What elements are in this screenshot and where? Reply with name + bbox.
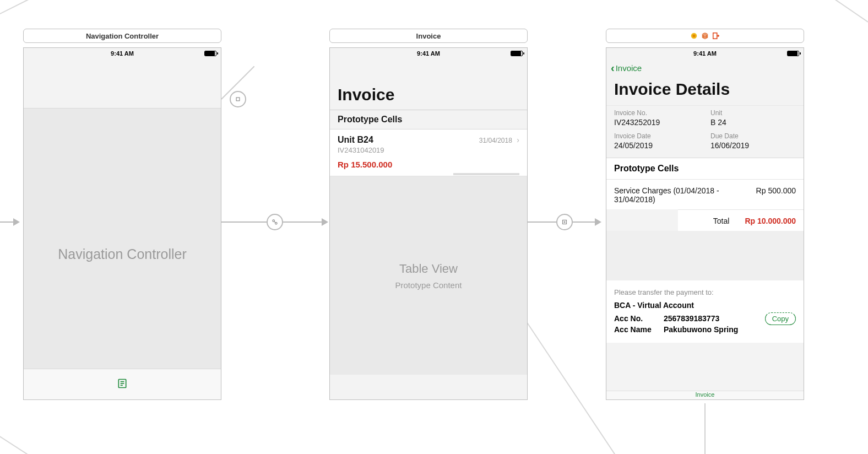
charge-row[interactable]: Service Charges (01/04/2018 - 31/04/2018… — [606, 180, 804, 209]
status-time: 9:41 AM — [330, 50, 527, 57]
invoice-info-grid: Invoice No. IV243252019 Unit B 24 Invoic… — [606, 105, 804, 158]
invoice-date-value: 24/05/2019 — [614, 141, 699, 150]
scene-title-label: Invoice — [416, 32, 441, 40]
nav-controller-label: Navigation Controller — [58, 246, 186, 262]
status-bar: 9:41 AM — [24, 48, 221, 59]
cell-invoice-no: IV2431042019 — [338, 146, 519, 154]
tab-label: Invoice — [696, 391, 715, 398]
device-frame: 9:41 AM Invoice Prototype Cells Unit B24… — [329, 47, 528, 400]
svg-line-4 — [788, 0, 868, 22]
svg-rect-12 — [236, 98, 240, 101]
status-bar: 9:41 AM — [606, 48, 804, 59]
page-title: Invoice Details — [614, 80, 796, 99]
invoice-no-value: IV243252019 — [614, 118, 699, 127]
document-list-icon — [117, 378, 128, 391]
total-value: Rp 10.000.000 — [745, 217, 796, 225]
status-time: 9:41 AM — [606, 50, 804, 57]
nav-bar-placeholder — [24, 59, 221, 109]
spacer — [606, 231, 804, 280]
chevron-right-icon: › — [517, 136, 519, 144]
total-label: Total — [713, 217, 730, 225]
cube-icon — [701, 32, 709, 40]
segue-embed-icon[interactable] — [230, 91, 246, 107]
svg-rect-19 — [713, 33, 717, 39]
scene-title-bar[interactable] — [606, 29, 804, 43]
battery-icon — [511, 51, 523, 56]
chevron-left-icon: ‹ — [611, 62, 615, 73]
battery-icon — [204, 51, 216, 56]
battery-icon — [787, 51, 799, 56]
charge-desc: Service Charges (01/04/2018 - 31/04/2018… — [614, 186, 724, 204]
nav-large-title: Invoice — [330, 59, 527, 110]
nav-back-button[interactable]: ‹ Invoice — [606, 59, 804, 74]
device-frame: 9:41 AM ‹ Invoice Invoice Details Invoic… — [606, 47, 804, 400]
status-time: 9:41 AM — [24, 50, 221, 57]
payment-box: Please transfer the payment to: BCA - Vi… — [606, 280, 804, 343]
total-row: Total Rp 10.000.000 — [678, 209, 804, 231]
device-frame: 9:41 AM Navigation Controller — [23, 47, 221, 400]
invoice-no-label: Invoice No. — [614, 109, 699, 117]
section-header: Prototype Cells — [330, 110, 527, 129]
svg-line-1 — [0, 419, 66, 454]
table-view-placeholder: Table View Prototype Content — [330, 176, 527, 375]
cell-unit: Unit B24 — [338, 135, 373, 145]
due-date-label: Due Date — [710, 132, 796, 140]
invoice-date-label: Invoice Date — [614, 132, 699, 140]
cell-date: 31/04/2018 — [479, 137, 512, 144]
placeholder-title: Table View — [399, 262, 458, 276]
copy-button[interactable]: Copy — [765, 312, 796, 325]
svg-point-18 — [692, 34, 695, 37]
section-header: Prototype Cells — [606, 158, 804, 180]
scene-invoice[interactable]: Invoice 9:41 AM Invoice Prototype Cells … — [329, 29, 528, 400]
tab-bar-item-invoice[interactable]: Invoice — [606, 391, 804, 399]
unit-label: Unit — [710, 109, 796, 117]
placeholder-subtitle: Prototype Content — [395, 280, 462, 290]
page-title: Invoice — [338, 85, 519, 104]
acc-name-label: Acc Name — [614, 325, 664, 334]
status-bar: 9:41 AM — [330, 48, 527, 59]
segue-relationship-icon[interactable] — [267, 214, 283, 230]
payment-hint: Please transfer the payment to: — [614, 288, 796, 296]
coin-icon — [690, 32, 698, 40]
acc-name-value: Pakubuwono Spring — [664, 325, 796, 334]
scene-title-bar[interactable]: Invoice — [329, 29, 528, 43]
scene-navigation-controller[interactable]: Navigation Controller 9:41 AM Navigation… — [23, 29, 221, 400]
cell-divider-accent — [453, 173, 519, 175]
scene-title-bar[interactable]: Navigation Controller — [23, 29, 221, 43]
segue-show-icon[interactable] — [556, 214, 573, 230]
invoice-cell[interactable]: Unit B24 31/04/2018 › IV2431042019 Rp 15… — [330, 129, 527, 176]
nav-controller-body: Navigation Controller — [24, 109, 221, 399]
scene-title-label: Navigation Controller — [86, 32, 159, 40]
acc-no-label: Acc No. — [614, 314, 664, 323]
scene-invoice-details[interactable]: 9:41 AM ‹ Invoice Invoice Details Invoic… — [606, 29, 804, 400]
svg-line-0 — [0, 0, 138, 28]
tab-bar — [24, 369, 221, 399]
charge-price: Rp 500.000 — [756, 186, 796, 204]
unit-value: B 24 — [710, 118, 796, 127]
cell-amount: Rp 15.500.000 — [338, 160, 519, 169]
storyboard-canvas[interactable]: Navigation Controller 9:41 AM Navigation… — [0, 0, 868, 454]
svg-line-11 — [274, 221, 275, 223]
nav-large-title: Invoice Details — [606, 74, 804, 105]
exit-icon — [712, 32, 720, 40]
back-label: Invoice — [616, 63, 642, 73]
due-date-value: 16/06/2019 — [710, 141, 796, 150]
payment-bank: BCA - Virtual Account — [614, 301, 796, 310]
svg-line-2 — [518, 309, 617, 454]
